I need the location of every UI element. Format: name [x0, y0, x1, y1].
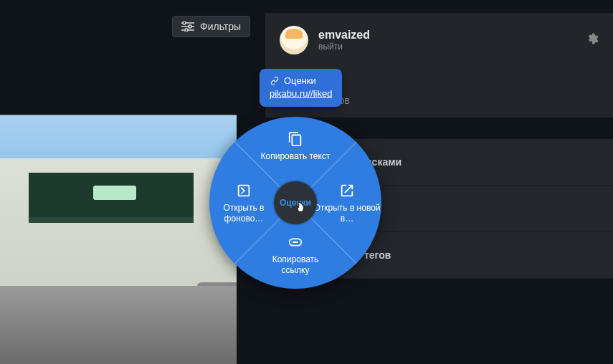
radial-menu: Копировать текст Открыть в новой в… Копи… [209, 117, 381, 289]
open-in-new-icon [339, 183, 355, 198]
tooltip-url: pikabu.ru//liked [270, 87, 332, 100]
link-icon [270, 76, 280, 86]
license-plate: о634ср198 [201, 306, 237, 315]
radial-open-new[interactable]: Открыть в новой в… [311, 183, 383, 224]
settings-button[interactable] [586, 32, 599, 48]
link-icon [288, 234, 303, 250]
filters-label: Фильтры [200, 21, 241, 32]
radial-open-bg[interactable]: Открыть в фоново… [208, 183, 280, 224]
copy-icon [288, 131, 303, 147]
tooltip-label: Оценки [284, 75, 316, 87]
svg-point-3 [183, 21, 186, 24]
open-background-icon [236, 183, 252, 198]
logout-link[interactable]: выйти [318, 42, 370, 52]
radial-center[interactable]: Оценки [274, 181, 317, 224]
avatar[interactable] [280, 26, 308, 54]
gear-icon [586, 32, 599, 45]
svg-point-5 [185, 29, 188, 32]
svg-point-4 [189, 25, 191, 28]
profile-username[interactable]: emvaized [318, 29, 370, 42]
link-tooltip: Оценки pikabu.ru//liked [260, 69, 342, 107]
pointer-cursor-icon [294, 201, 307, 214]
radial-copy-link[interactable]: Копировать ссылку [260, 234, 331, 276]
radial-copy-text[interactable]: Копировать текст [260, 131, 331, 162]
post-image[interactable]: у о634ср198 [0, 115, 237, 364]
filters-button[interactable]: Фильтры [172, 16, 250, 37]
sliders-icon [181, 21, 194, 32]
